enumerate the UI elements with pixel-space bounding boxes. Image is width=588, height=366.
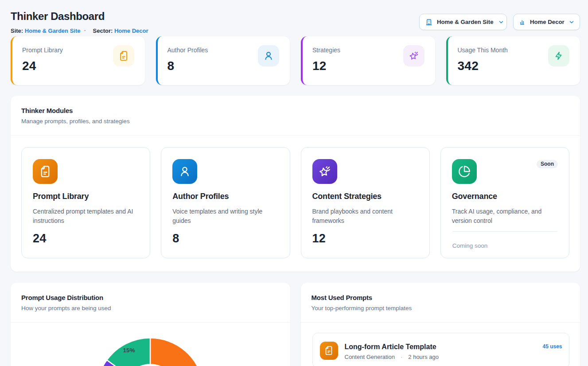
svg-text:15%: 15%: [123, 347, 135, 354]
